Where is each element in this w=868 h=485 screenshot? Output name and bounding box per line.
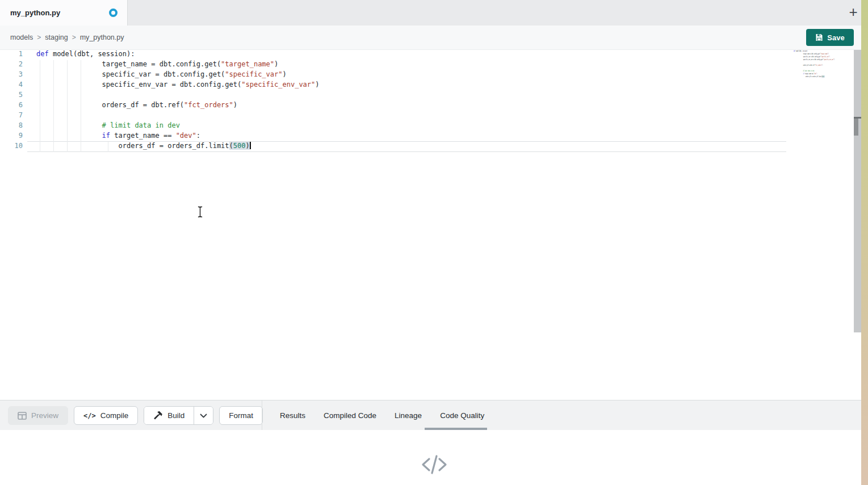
build-options-dropdown-button[interactable] bbox=[194, 407, 213, 424]
unsaved-changes-indicator bbox=[109, 9, 118, 17]
breadcrumb-item-models: models bbox=[10, 33, 33, 41]
code-editor[interactable]: 12345678910 def model(dbt, session): tar… bbox=[0, 50, 868, 400]
code-line[interactable] bbox=[36, 91, 320, 101]
breadcrumb-item-staging: staging bbox=[45, 33, 68, 41]
code-line[interactable]: # limit data in dev bbox=[36, 121, 320, 132]
code-line[interactable]: specific_var = dbt.config.get("specific_… bbox=[36, 70, 320, 81]
line-number: 10 bbox=[0, 142, 23, 152]
editor-tab-bar: my_python.py + bbox=[0, 0, 868, 26]
minimap: def model(dbt, session): target_name = d… bbox=[794, 50, 856, 84]
tab-compiled-code[interactable]: Compiled Code bbox=[323, 411, 377, 420]
line-number: 7 bbox=[0, 111, 23, 121]
code-line[interactable]: specific_env_var = dbt.config.get("speci… bbox=[36, 81, 320, 91]
text-cursor-pointer-icon bbox=[196, 206, 204, 218]
result-panel-tabs: Results Compiled Code Lineage Code Quali… bbox=[279, 400, 485, 430]
tab-my-python-py[interactable]: my_python.py bbox=[0, 0, 128, 26]
dbt-ide-window: my_python.py + models>staging>my_python.… bbox=[0, 0, 868, 485]
toolbar-divider bbox=[262, 400, 262, 430]
new-tab-button[interactable]: + bbox=[844, 0, 863, 26]
build-split-button: Build bbox=[144, 406, 213, 425]
code-icon: </> bbox=[83, 412, 96, 420]
code-line[interactable]: target_name = dbt.config.get("target_nam… bbox=[36, 60, 320, 70]
desktop-background-edge bbox=[861, 0, 868, 485]
compile-button[interactable]: </> Compile bbox=[74, 406, 138, 425]
compile-button-label: Compile bbox=[100, 411, 129, 420]
line-number: 8 bbox=[0, 121, 23, 132]
tab-title: my_python.py bbox=[10, 0, 60, 26]
line-number: 1 bbox=[0, 50, 23, 60]
line-number: 5 bbox=[0, 91, 23, 101]
tab-results[interactable]: Results bbox=[279, 411, 306, 420]
format-button-label: Format bbox=[229, 411, 253, 420]
format-button[interactable]: Format bbox=[219, 406, 263, 425]
line-number: 9 bbox=[0, 132, 23, 142]
vertical-scrollbar-track[interactable] bbox=[854, 50, 861, 332]
preview-button[interactable]: Preview bbox=[8, 406, 68, 425]
save-button-label: Save bbox=[827, 33, 844, 42]
line-number: 3 bbox=[0, 70, 23, 81]
bottom-toolbar: Preview </> Compile Build bbox=[0, 400, 868, 430]
breadcrumb: models>staging>my_python.py bbox=[10, 26, 124, 49]
breadcrumb-bar: models>staging>my_python.py Save bbox=[0, 26, 868, 50]
line-number: 6 bbox=[0, 101, 23, 111]
code-lines: def model(dbt, session): target_name = d… bbox=[36, 50, 320, 152]
code-line[interactable] bbox=[36, 111, 320, 121]
hammer-icon bbox=[153, 411, 163, 420]
vertical-scrollbar-thumb[interactable] bbox=[854, 119, 858, 136]
code-line[interactable]: orders_df = dbt.ref("fct_orders") bbox=[36, 101, 320, 111]
line-number: 4 bbox=[0, 81, 23, 91]
preview-button-label: Preview bbox=[31, 411, 58, 420]
build-button[interactable]: Build bbox=[144, 407, 194, 424]
build-button-label: Build bbox=[167, 411, 184, 420]
chevron-down-icon bbox=[200, 414, 207, 418]
line-number-gutter: 12345678910 bbox=[0, 50, 23, 152]
breadcrumb-separator-icon: > bbox=[72, 33, 76, 41]
tab-code-quality[interactable]: Code Quality bbox=[439, 411, 485, 420]
breadcrumb-item-file: my_python.py bbox=[80, 33, 124, 41]
action-button-group: Preview </> Compile Build bbox=[8, 406, 263, 425]
code-line[interactable]: if target_name == "dev": bbox=[36, 132, 320, 142]
save-button[interactable]: Save bbox=[806, 29, 854, 46]
code-quality-panel bbox=[0, 430, 868, 485]
breadcrumb-separator-icon: > bbox=[37, 33, 41, 41]
tab-lineage[interactable]: Lineage bbox=[394, 411, 422, 420]
table-icon bbox=[18, 412, 27, 420]
text-caret bbox=[250, 142, 251, 149]
save-floppy-icon bbox=[815, 33, 823, 41]
minimap-content: def model(dbt, session): target_name = d… bbox=[794, 50, 803, 78]
code-slash-icon bbox=[421, 453, 447, 476]
code-line[interactable]: def model(dbt, session): bbox=[36, 50, 320, 60]
code-line[interactable]: orders_df = orders_df.limit(500) bbox=[36, 142, 320, 152]
line-number: 2 bbox=[0, 60, 23, 70]
